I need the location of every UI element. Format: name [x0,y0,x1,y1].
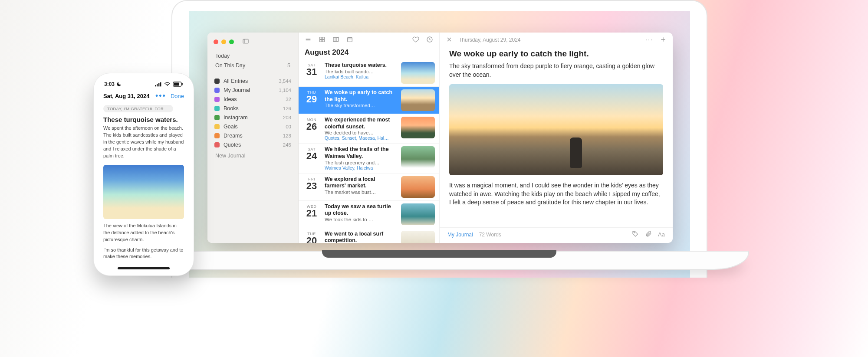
journal-count: 3,544 [279,79,291,84]
history-icon[interactable] [426,36,433,44]
phone-more-icon[interactable]: ••• [155,92,166,101]
entry-date-col: WED21 [303,203,320,225]
close-entry-icon[interactable] [446,36,453,44]
journal-color-swatch [214,124,220,129]
minimize-dot-icon[interactable] [221,39,226,44]
list-toolbar [299,33,439,46]
entry-date-col: SAT24 [303,146,320,170]
entry-text-col: We woke up early to catch the light.The … [325,89,397,111]
svg-rect-6 [322,37,325,39]
sidebar-on-this-day-count: 5 [287,62,290,69]
tag-icon[interactable] [632,230,639,239]
entry-subtitle: We decided to have… [325,130,397,135]
entry-row[interactable]: SAT31These turquoise waters.The kids bui… [299,59,439,87]
svg-rect-25 [174,83,179,86]
window-controls [207,36,298,51]
phone-entry-header: Sat, Aug 31, 2024 ••• Done [96,89,191,103]
journal-count: 00 [286,124,291,129]
entry-text-col: These turquoise waters.The kids built sa… [325,62,397,84]
entry-hero-image[interactable] [449,84,663,175]
svg-rect-12 [348,37,352,42]
svg-rect-20 [155,85,156,86]
text-format-icon[interactable]: Aa [658,231,665,238]
phone-entry-para2[interactable]: I'm so thankful for this getaway and to … [96,247,191,264]
entry-title: We woke up early to catch the light. [325,89,397,103]
journal-label: All Entries [224,78,248,84]
sidebar-today[interactable]: Today [207,51,298,61]
signal-icon [155,82,162,87]
laptop-screen: Today On This Day 5 All Entries3,544My J… [189,11,690,278]
entry-meta: Lanikai Beach, Kailua [325,74,397,79]
map-view-icon[interactable] [332,36,339,44]
sidebar-journal-item[interactable]: Goals00 [207,122,298,131]
entry-paragraph-1[interactable]: The sky transformed from deep purple to … [449,62,663,79]
journal-count: 1,104 [279,88,291,93]
new-journal-button[interactable]: New Journal [207,149,298,162]
svg-rect-5 [320,37,322,39]
list-view-icon[interactable] [305,36,312,44]
sidebar-journal-item[interactable]: All Entries3,544 [207,76,298,85]
editor-date[interactable]: Thursday, August 29, 2024 [459,37,521,43]
sidebar-today-label: Today [215,53,230,59]
close-dot-icon[interactable] [214,39,218,44]
phone-done-button[interactable]: Done [171,93,184,99]
svg-rect-0 [243,39,248,43]
editor-column: Thursday, August 29, 2024 ··· We woke up… [440,33,673,243]
sidebar-journal-item[interactable]: My Journal1,104 [207,85,298,95]
entry-date-col: MON26 [303,117,320,141]
entry-row[interactable]: WED21Today we saw a sea turtle up close.… [299,201,439,228]
entry-row[interactable]: TUE20We went to a local surf competition… [299,228,439,243]
svg-rect-23 [160,82,161,86]
phone-entry-para1[interactable]: We spent the afternoon on the beach. The… [96,125,191,163]
sidebar: Today On This Day 5 All Entries3,544My J… [207,33,299,243]
entry-row[interactable]: THU29We woke up early to catch the light… [299,87,439,114]
entry-day: 21 [303,209,320,218]
grid-view-icon[interactable] [319,36,326,44]
entry-list-column: August 2024 SAT31These turquoise waters.… [299,33,440,243]
phone-entry-caption[interactable]: The view of the Mokulua Islands in the d… [96,223,191,247]
attachment-icon[interactable] [645,230,652,239]
journal-count: 32 [286,97,291,102]
journal-label: My Journal [224,87,250,93]
entry-paragraph-2[interactable]: It was a magical moment, and I could see… [449,181,663,207]
journal-color-swatch [214,88,220,93]
phone-screen: 3:03 Sat, Aug 31, 2024 ••• Done TODAY, I… [96,76,191,273]
sidebar-on-this-day-label: On This Day [215,62,245,69]
entry-row[interactable]: MON26We experienced the most colorful su… [299,114,439,144]
sidebar-journal-item[interactable]: Instagram203 [207,113,298,122]
calendar-view-icon[interactable] [346,36,353,44]
phone-prompt-tag[interactable]: TODAY, I'M GRATEFUL FOR … [103,105,173,112]
entry-day: 31 [303,67,320,77]
phone-entry-title[interactable]: These turquoise waters. [96,116,191,125]
sidebar-journal-item[interactable]: Books126 [207,104,298,113]
zoom-dot-icon[interactable] [229,39,234,44]
entry-title[interactable]: We woke up early to catch the light. [449,49,663,59]
sidebar-on-this-day[interactable]: On This Day 5 [207,61,298,70]
entry-thumbnail [401,203,435,225]
journal-color-swatch [214,133,220,138]
svg-rect-7 [320,39,322,42]
sidebar-journal-item[interactable]: Ideas32 [207,95,298,104]
entry-title: These turquoise waters. [325,62,397,69]
journal-label: Books [224,105,239,111]
sidebar-journal-item[interactable]: Dreams123 [207,131,298,140]
phone-entry-date: Sat, Aug 31, 2024 [103,93,155,99]
footer-journal-name[interactable]: My Journal [447,232,473,238]
entry-title: We went to a local surf competition. [325,231,397,243]
journal-label: Dreams [224,133,243,139]
editor-body[interactable]: We woke up early to catch the light. The… [440,46,673,227]
entry-row[interactable]: SAT24We hiked the trails of the Waimea V… [299,144,439,173]
phone-entry-image[interactable] [103,165,184,219]
more-menu-icon[interactable]: ··· [645,36,654,44]
entry-meta: Quotes, Sunset, Maeesa, Hal… [325,135,397,141]
entry-row[interactable]: FRI23We explored a local farmers' market… [299,174,439,201]
entry-day: 24 [303,151,320,161]
svg-rect-26 [182,83,183,85]
sidebar-toggle-icon[interactable] [242,38,249,46]
entry-day: 29 [303,95,320,104]
entry-meta: Waimea Valley, Haleiwa [325,165,397,170]
moon-icon [116,82,122,87]
sidebar-journal-item[interactable]: Quotes245 [207,140,298,149]
favorites-icon[interactable] [412,36,419,44]
new-entry-icon[interactable] [660,36,667,44]
